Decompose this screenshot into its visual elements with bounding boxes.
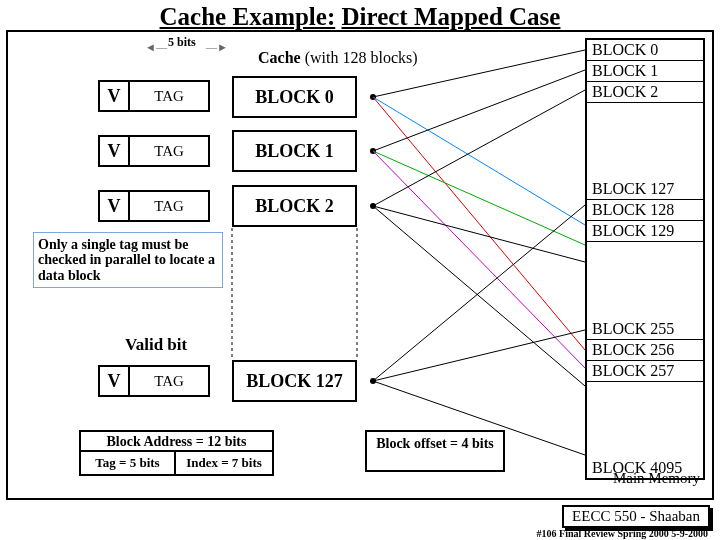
index-bits-box: Index = 7 bits xyxy=(176,452,274,476)
cache-block-1: BLOCK 1 xyxy=(232,130,357,172)
cache-block-127: BLOCK 127 xyxy=(232,360,357,402)
cache-row-1: V TAG xyxy=(98,135,210,167)
cache-heading: Cache (with 128 blocks) xyxy=(258,49,418,67)
tag-cell: TAG xyxy=(130,135,210,167)
block-offset-box: Block offset = 4 bits xyxy=(365,430,505,472)
arrow-left-icon: ◄— xyxy=(145,41,167,53)
title-part-b: Direct Mapped Case xyxy=(341,3,560,30)
tag-cell: TAG xyxy=(130,365,210,397)
mem-gap xyxy=(587,242,703,318)
valid-cell: V xyxy=(98,80,130,112)
mem-gap xyxy=(587,382,703,458)
mem-block: BLOCK 255 xyxy=(587,319,703,340)
valid-cell: V xyxy=(98,190,130,222)
cache-row-127: V TAG xyxy=(98,365,210,397)
mem-block: BLOCK 128 xyxy=(587,200,703,221)
slide-title: Cache Example: Direct Mapped Case xyxy=(0,3,720,31)
mem-block: BLOCK 256 xyxy=(587,340,703,361)
tag-width-label: 5 bits xyxy=(168,35,196,50)
main-memory-label: Main Memory xyxy=(613,470,700,487)
cache-block-0: BLOCK 0 xyxy=(232,76,357,118)
mem-block: BLOCK 1 xyxy=(587,61,703,82)
block-address-box: Block Address = 12 bits xyxy=(79,430,274,452)
mem-gap xyxy=(587,103,703,179)
arrow-right-icon: —► xyxy=(206,41,228,53)
valid-cell: V xyxy=(98,135,130,167)
cache-row-0: V TAG xyxy=(98,80,210,112)
callout-note: Only a single tag must be checked in par… xyxy=(33,232,223,288)
slide-meta-footer: #106 Final Review Spring 2000 5-9-2000 xyxy=(537,528,708,539)
title-part-a: Cache Example: xyxy=(160,3,336,30)
valid-bit-label: Valid bit xyxy=(125,335,187,355)
mem-block: BLOCK 129 xyxy=(587,221,703,242)
cache-heading-rest: (with 128 blocks) xyxy=(301,49,418,66)
main-memory-column: BLOCK 0 BLOCK 1 BLOCK 2 BLOCK 127 BLOCK … xyxy=(585,38,705,480)
mem-block: BLOCK 0 xyxy=(587,40,703,61)
mem-block: BLOCK 2 xyxy=(587,82,703,103)
tag-cell: TAG xyxy=(130,190,210,222)
tag-bits-box: Tag = 5 bits xyxy=(79,452,176,476)
mem-block: BLOCK 127 xyxy=(587,179,703,200)
cache-heading-bold: Cache xyxy=(258,49,301,66)
valid-cell: V xyxy=(98,365,130,397)
tag-cell: TAG xyxy=(130,80,210,112)
course-footer: EECC 550 - Shaaban xyxy=(562,505,710,528)
mem-block: BLOCK 257 xyxy=(587,361,703,382)
cache-block-2: BLOCK 2 xyxy=(232,185,357,227)
cache-row-2: V TAG xyxy=(98,190,210,222)
